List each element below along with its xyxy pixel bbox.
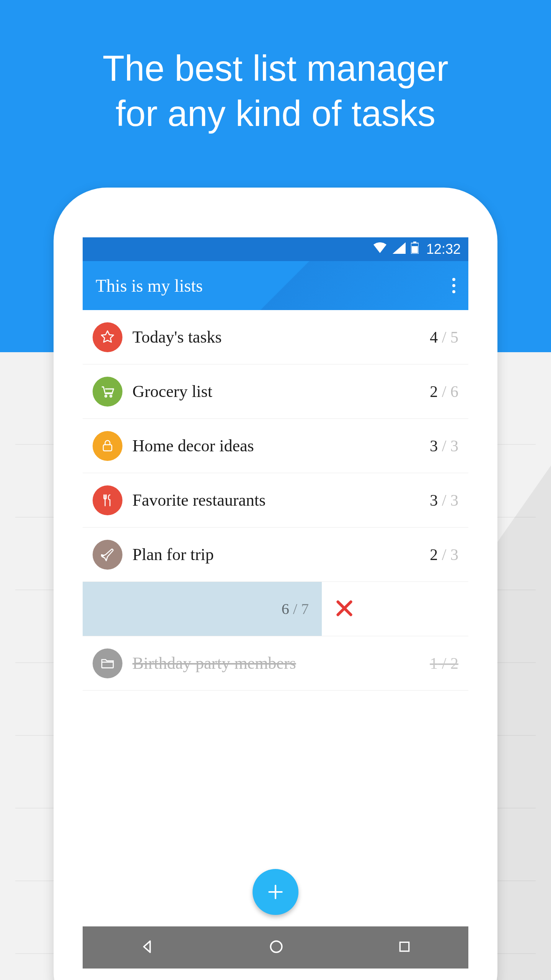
list-count: 2 / 3 [430, 546, 458, 564]
wifi-icon [373, 241, 387, 257]
food-icon [93, 485, 122, 515]
list-title: Home decor ideas [132, 436, 430, 456]
delete-icon[interactable] [333, 597, 355, 621]
list-count: 1 / 2 [430, 654, 458, 673]
add-list-button[interactable] [253, 869, 298, 915]
nav-back-button[interactable] [139, 938, 156, 957]
page-title: This is my lists [96, 276, 452, 296]
nav-recent-button[interactable] [397, 939, 412, 956]
battery-icon [411, 241, 419, 257]
list-item-grocery[interactable]: Grocery list 2 / 6 [83, 364, 468, 419]
svg-rect-2 [412, 246, 418, 253]
svg-rect-3 [103, 444, 112, 451]
list-title: Plan for trip [132, 545, 430, 564]
list-title: Favorite restaurants [132, 490, 430, 510]
marketing-headline: The best list manager for any kind of ta… [0, 46, 551, 136]
cart-icon [93, 377, 122, 407]
cell-signal-icon [393, 241, 406, 257]
swipe-reveal: 6 / 7 [83, 582, 322, 636]
nav-home-button[interactable] [268, 938, 285, 957]
status-time: 12:32 [426, 241, 461, 257]
app-bar: This is my lists [83, 261, 468, 310]
list-count: 2 / 6 [430, 382, 458, 401]
headline-line-1: The best list manager [0, 46, 551, 91]
screen: 12:32 This is my lists Today's tasks 4 /… [83, 237, 468, 969]
list-count: 6 / 7 [282, 600, 309, 618]
lock-icon [93, 431, 122, 461]
overflow-menu-button[interactable] [452, 278, 455, 293]
list-item-restaurants[interactable]: Favorite restaurants 3 / 3 [83, 473, 468, 528]
list-item-trip[interactable]: Plan for trip 2 / 3 [83, 528, 468, 582]
list-count: 3 / 3 [430, 491, 458, 510]
android-nav-bar [83, 926, 468, 969]
status-bar: 12:32 [83, 237, 468, 261]
svg-point-4 [271, 941, 282, 952]
list-title: Grocery list [132, 382, 430, 401]
list-item-home-decor[interactable]: Home decor ideas 3 / 3 [83, 419, 468, 473]
list-title: Today's tasks [132, 327, 430, 347]
folder-icon [93, 648, 122, 678]
list-title: Birthday party members [132, 653, 430, 673]
plane-icon [93, 540, 122, 570]
list-count: 3 / 3 [430, 437, 458, 455]
list-item-birthday[interactable]: Birthday party members 1 / 2 [83, 636, 468, 691]
star-icon [93, 322, 122, 352]
svg-rect-5 [400, 942, 409, 951]
phone-frame: 12:32 This is my lists Today's tasks 4 /… [54, 188, 497, 980]
list-item-todays-tasks[interactable]: Today's tasks 4 / 5 [83, 310, 468, 364]
list-item-swiping[interactable]: 6 / 7 [83, 582, 468, 636]
headline-line-2: for any kind of tasks [0, 91, 551, 136]
list-count: 4 / 5 [430, 328, 458, 346]
